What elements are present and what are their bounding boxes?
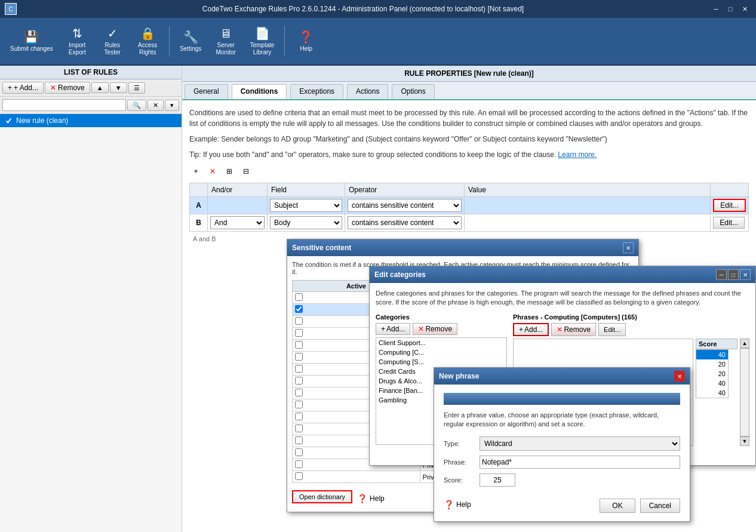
edit-phrase-button[interactable]: Edit... — [598, 323, 626, 336]
help-button[interactable]: ❓ Help — [290, 21, 322, 61]
sc-checkbox[interactable] — [295, 353, 303, 361]
rule-item[interactable]: New rule (clean) — [0, 114, 182, 127]
remove-category-button[interactable]: ✕ Remove — [413, 323, 457, 335]
score-item-20b[interactable]: 20 — [696, 369, 728, 379]
cancel-button[interactable]: Cancel — [640, 499, 680, 513]
sc-checkbox[interactable] — [295, 401, 303, 408]
sensitive-dialog-close[interactable]: ✕ — [623, 242, 634, 253]
new-phrase-close-button[interactable]: ✕ — [674, 371, 685, 382]
sc-checkbox[interactable] — [295, 460, 303, 468]
search-button[interactable]: 🔍 — [127, 100, 146, 111]
rules-tester-icon: ✓ — [107, 26, 118, 41]
score-item-40[interactable]: 40 — [696, 350, 728, 359]
andor-select-b[interactable]: And Or — [210, 216, 265, 229]
open-dictionary-button[interactable]: Open dictionary — [292, 490, 352, 503]
sc-checkbox[interactable] — [295, 305, 303, 313]
sc-checkbox[interactable] — [295, 413, 303, 420]
plus-icon-phrases: + — [519, 325, 523, 334]
edit-button-b[interactable]: Edit... — [713, 217, 745, 229]
close-button[interactable]: ✕ — [738, 2, 751, 16]
type-select[interactable]: Exact phrase Wildcard Regular expression… — [480, 436, 680, 451]
tab-exceptions[interactable]: Exceptions — [290, 84, 343, 99]
submit-label: Submit changes — [10, 45, 53, 53]
rules-tester-button[interactable]: ✓ RulesTester — [96, 21, 129, 61]
scroll-up-button[interactable]: ▲ — [740, 339, 749, 348]
sc-checkbox[interactable] — [295, 365, 303, 373]
operator-select-b[interactable]: contains sensitive content — [348, 216, 462, 229]
minimize-button[interactable]: ─ — [709, 2, 723, 16]
sc-checkbox[interactable] — [295, 293, 303, 301]
score-item-40c[interactable]: 40 — [696, 388, 728, 398]
add-condition-button[interactable]: + — [189, 165, 202, 178]
import-export-label: ImportExport — [69, 42, 86, 56]
col-action — [711, 183, 749, 197]
server-monitor-label: ServerMonitor — [216, 42, 236, 56]
add-category-button[interactable]: + Add... — [376, 323, 410, 335]
settings-button[interactable]: 🔧 Settings — [174, 21, 207, 61]
sc-checkbox[interactable] — [295, 341, 303, 349]
np-help-row: ❓ Help — [444, 500, 471, 509]
server-monitor-button[interactable]: 🖥 ServerMonitor — [210, 21, 242, 61]
ok-button[interactable]: OK — [600, 499, 635, 513]
sc-checkbox[interactable] — [295, 317, 303, 325]
delete-condition-button[interactable]: ✕ — [206, 165, 219, 178]
ungroup-button[interactable]: ⊟ — [239, 165, 253, 178]
sc-checkbox[interactable] — [295, 436, 303, 444]
cat-item[interactable]: Computing [C... — [376, 348, 506, 357]
move-up-button[interactable]: ▲ — [91, 82, 109, 93]
phrase-input[interactable] — [480, 456, 680, 469]
tab-conditions[interactable]: Conditions — [232, 84, 287, 99]
import-export-button[interactable]: ⇅ ImportExport — [61, 21, 94, 61]
score-item-40b[interactable]: 40 — [696, 379, 728, 388]
cat-item[interactable]: Computing [S... — [376, 357, 506, 367]
tab-options[interactable]: Options — [392, 84, 434, 99]
field-select-a[interactable]: Subject — [270, 199, 342, 212]
toolbar-separator-2 — [284, 26, 285, 56]
col-field: Field — [268, 183, 345, 197]
sc-checkbox[interactable] — [295, 377, 303, 385]
score-scrollbar[interactable]: ▲ ▼ — [740, 339, 749, 446]
template-library-button[interactable]: 📄 TemplateLibrary — [245, 21, 280, 61]
access-rights-button[interactable]: 🔒 AccessRights — [131, 21, 164, 61]
tab-actions[interactable]: Actions — [347, 84, 388, 99]
menu-button[interactable]: ☰ — [128, 82, 145, 94]
settings-label: Settings — [180, 45, 201, 53]
edit-cat-maximize[interactable]: □ — [728, 269, 739, 280]
score-input[interactable] — [480, 473, 515, 487]
edit-cat-minimize[interactable]: ─ — [716, 269, 727, 280]
sc-checkbox[interactable] — [295, 425, 303, 432]
rule-checkbox[interactable] — [5, 117, 13, 125]
filter-button[interactable]: ▾ — [165, 100, 179, 111]
learn-more-link[interactable]: Learn more. — [558, 150, 597, 159]
cat-item[interactable]: Client Support... — [376, 338, 506, 348]
new-phrase-title: New phrase ✕ — [434, 368, 690, 385]
operator-select-a[interactable]: contains sensitive content — [348, 199, 462, 212]
new-phrase-info: Enter a phrase value, choose an appropri… — [444, 411, 680, 429]
remove-phrase-button[interactable]: ✕ Remove — [551, 323, 596, 336]
scroll-track — [740, 348, 749, 436]
conditions-toolbar: + ✕ ⊞ ⊟ — [189, 165, 749, 178]
sc-checkbox[interactable] — [295, 448, 303, 456]
clear-search-button[interactable]: ✕ — [147, 100, 164, 111]
edit-button-a[interactable]: Edit... — [713, 199, 746, 212]
rule-search-input[interactable] — [2, 99, 126, 111]
field-select-b[interactable]: Body — [270, 216, 342, 229]
score-item-20a[interactable]: 20 — [696, 359, 728, 369]
sc-checkbox[interactable] — [295, 389, 303, 396]
andor-cell-a — [208, 197, 268, 214]
add-rule-button[interactable]: + + Add... — [2, 82, 44, 94]
maximize-button[interactable]: □ — [724, 2, 737, 16]
submit-button[interactable]: 💾 Submit changes — [5, 21, 59, 61]
field-cell-b: Body — [268, 214, 345, 232]
add-phrase-button[interactable]: + Add... — [513, 323, 549, 336]
move-down-button[interactable]: ▼ — [110, 82, 127, 93]
edit-cat-close[interactable]: ✕ — [740, 269, 751, 280]
sc-checkbox[interactable] — [295, 472, 303, 480]
tab-general[interactable]: General — [185, 84, 228, 99]
sc-checkbox[interactable] — [295, 329, 303, 337]
edit-cell-b: Edit... — [711, 214, 749, 232]
title-bar: C CodeTwo Exchange Rules Pro 2.6.0.1244 … — [0, 0, 756, 18]
scroll-down-button[interactable]: ▼ — [740, 436, 749, 446]
remove-rule-button[interactable]: ✕ Remove — [45, 82, 90, 94]
group-button[interactable]: ⊞ — [223, 165, 236, 178]
